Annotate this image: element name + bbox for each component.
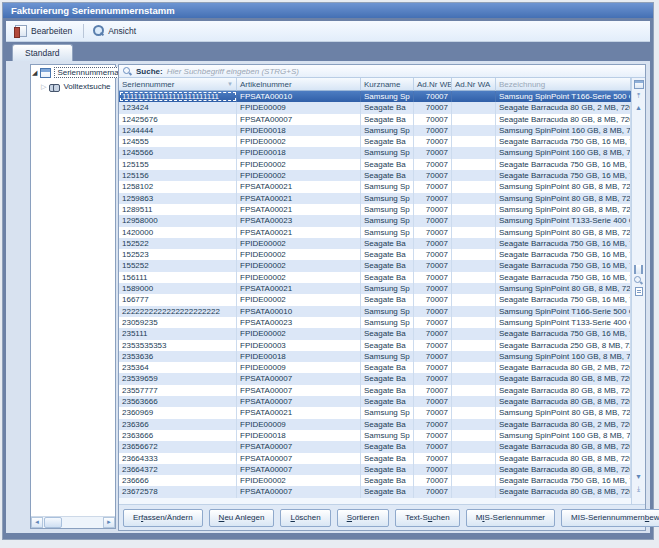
table-cell[interactable] xyxy=(452,306,496,317)
table-cell[interactable]: Seagate Ba xyxy=(361,102,414,113)
table-cell[interactable]: Seagate Barracuda 750 GB, 16 MB, 7200 xyxy=(496,249,631,260)
table-cell[interactable]: Seagate Ba xyxy=(361,441,414,452)
table-cell[interactable]: Seagate Ba xyxy=(361,294,414,305)
search-bar[interactable]: Suche: Hier Suchbegriff eingeben (STRG+S… xyxy=(119,65,645,78)
table-cell[interactable]: Seagate Barracuda 80 GB, 8 MB, 7200, NC xyxy=(496,464,631,475)
table-cell[interactable]: FPSATA00023 xyxy=(237,215,361,226)
table-cell[interactable]: 23563666 xyxy=(119,396,237,407)
table-cell[interactable]: Samsung Sp xyxy=(361,306,414,317)
table-cell[interactable] xyxy=(452,464,496,475)
table-row[interactable]: 236666FPIDE00002Seagate Ba70007Seagate B… xyxy=(119,475,631,486)
table-cell[interactable]: Samsung SpinPoint 80 GB, 8 MB, 7200, S-A xyxy=(496,407,631,418)
table-cell[interactable] xyxy=(452,147,496,158)
table-cell[interactable]: 235111 xyxy=(119,328,237,339)
table-cell[interactable]: Seagate Ba xyxy=(361,396,414,407)
table-cell[interactable]: FPIDE00002 xyxy=(237,475,361,486)
table-cell[interactable]: 70007 xyxy=(414,227,452,238)
table-cell[interactable]: Samsung SpinPoint 160 GB, 8 MB, 7200 xyxy=(496,430,631,441)
table-cell[interactable]: Samsung SpinPoint 160 GB, 8 MB, 7200 xyxy=(496,147,631,158)
table-cell[interactable]: 1245566 xyxy=(119,147,237,158)
table-row[interactable]: 125155FPIDE00002Seagate Ba70007Seagate B… xyxy=(119,159,631,170)
table-cell[interactable]: Samsung SpinPoint 160 GB, 8 MB, 7200 xyxy=(496,125,631,136)
table-cell[interactable]: 23059235 xyxy=(119,317,237,328)
table-cell[interactable]: 70007 xyxy=(414,385,452,396)
table-cell[interactable]: 23664372 xyxy=(119,464,237,475)
table-cell[interactable] xyxy=(452,407,496,418)
table-cell[interactable]: FPSATA00007 xyxy=(237,385,361,396)
table-cell[interactable]: 70007 xyxy=(414,340,452,351)
table-cell[interactable] xyxy=(452,125,496,136)
erfassen-ndern-button[interactable]: Erfassen/Ändern xyxy=(123,509,203,527)
table-cell[interactable]: 23539659 xyxy=(119,373,237,384)
table-cell[interactable] xyxy=(452,227,496,238)
table-cell[interactable]: 2360969 xyxy=(119,407,237,418)
table-cell[interactable] xyxy=(452,215,496,226)
table-cell[interactable]: FPIDE00018 xyxy=(237,351,361,362)
table-cell[interactable]: 70007 xyxy=(414,159,452,170)
table-cell[interactable]: Seagate Ba xyxy=(361,260,414,271)
table-cell[interactable]: 125155 xyxy=(119,159,237,170)
table-row[interactable]: 166777FPIDE00002Seagate Ba70007Seagate B… xyxy=(119,294,631,305)
table-cell[interactable]: Samsung SpinPoint 80 GB, 8 MB, 7200, S-A xyxy=(496,283,631,294)
table-cell[interactable]: 70007 xyxy=(414,170,452,181)
table-cell[interactable]: 1289511 xyxy=(119,204,237,215)
table-cell[interactable]: FPSATA00021 xyxy=(237,204,361,215)
scroll-to-top-icon[interactable]: ⤒ xyxy=(633,90,645,101)
scroll-up-icon[interactable]: ▲ xyxy=(633,102,645,113)
table-cell[interactable]: Samsung Sp xyxy=(361,181,414,192)
table-cell[interactable]: FPSATA00021 xyxy=(237,227,361,238)
table-cell[interactable]: Samsung Sp xyxy=(361,407,414,418)
table-cell[interactable] xyxy=(452,373,496,384)
ansicht-button[interactable]: Ansicht xyxy=(87,22,144,40)
table-cell[interactable]: Seagate Ba xyxy=(361,464,414,475)
bearbeiten-button[interactable]: Bearbeiten xyxy=(10,22,80,40)
table-cell[interactable]: Seagate Barracuda 750 GB, 16 MB, 7200 xyxy=(496,159,631,170)
table-cell[interactable]: 70007 xyxy=(414,362,452,373)
table-cell[interactable] xyxy=(452,114,496,125)
table-cell[interactable]: 70007 xyxy=(414,249,452,260)
table-cell[interactable]: FPSATA00007 xyxy=(237,373,361,384)
table-cell[interactable] xyxy=(452,441,496,452)
table-cell[interactable]: Samsung SpinPoint T166-Serie 500 GB, 72 xyxy=(496,306,631,317)
tree-collapsed-icon[interactable]: ▷ xyxy=(41,83,46,90)
table-cell[interactable]: Samsung Sp xyxy=(361,193,414,204)
table-row[interactable]: 152522FPIDE00002Seagate Ba70007Seagate B… xyxy=(119,238,631,249)
table-cell[interactable]: 70007 xyxy=(414,317,452,328)
table-cell[interactable]: 70007 xyxy=(414,441,452,452)
table-cell[interactable]: Samsung SpinPoint 80 GB, 8 MB, 7200, S-A xyxy=(496,204,631,215)
table-row[interactable]: 23672578FPSATA00007Seagate Ba70007Seagat… xyxy=(119,486,631,497)
tab-standard[interactable]: Standard xyxy=(12,44,73,61)
table-cell[interactable]: Samsung SpinPoint T133-Serie 400 GB, 72 xyxy=(496,215,631,226)
scrollbar-track[interactable] xyxy=(62,517,103,528)
table-cell[interactable]: 70007 xyxy=(414,464,452,475)
table-cell[interactable] xyxy=(452,193,496,204)
table-cell[interactable]: 70007 xyxy=(414,486,452,497)
table-cell[interactable]: Samsung Sp xyxy=(361,430,414,441)
table-row[interactable]: 23539659FPSATA00007Seagate Ba70007Seagat… xyxy=(119,373,631,384)
table-cell[interactable]: 2353636 xyxy=(119,351,237,362)
table-cell[interactable]: FPIDE00018 xyxy=(237,147,361,158)
table-row[interactable]: 2222222222222222222222FPSATA00010Samsung… xyxy=(119,306,631,317)
table-row[interactable]: 236366FPIDE00009Seagate Ba70007Seagate B… xyxy=(119,419,631,430)
table-cell[interactable]: Seagate Barracuda 250 GB, 8 MB, 7200 xyxy=(496,340,631,351)
table-cell[interactable] xyxy=(452,294,496,305)
table-cell[interactable]: Seagate Barracuda 750 GB, 16 MB, 7200 xyxy=(496,136,631,147)
table-cell[interactable]: Samsung Sp xyxy=(361,283,414,294)
table-cell[interactable]: 70007 xyxy=(414,114,452,125)
table-row[interactable]: 2363666FPIDE00018Samsung Sp70007Samsung … xyxy=(119,430,631,441)
table-cell[interactable]: Samsung Sp xyxy=(361,227,414,238)
sort-indicator-icon[interactable]: ▼ xyxy=(227,81,233,87)
table-cell[interactable]: Samsung Sp xyxy=(361,204,414,215)
table-cell[interactable]: 23656672 xyxy=(119,441,237,452)
column-header-artikelnummer[interactable]: Artikelnummer xyxy=(237,78,361,91)
table-cell[interactable]: FPSATA00007 xyxy=(237,441,361,452)
table-cell[interactable]: 70007 xyxy=(414,204,452,215)
table-cell[interactable]: Seagate Barracuda 750 GB, 16 MB, 7200 xyxy=(496,272,631,283)
table-row[interactable]: 235364FPIDE00009Seagate Ba70007Seagate B… xyxy=(119,362,631,373)
table-cell[interactable]: 156111 xyxy=(119,272,237,283)
table-cell[interactable] xyxy=(452,328,496,339)
table-cell[interactable]: Seagate Ba xyxy=(361,419,414,430)
table-cell[interactable]: 1258102 xyxy=(119,181,237,192)
table-cell[interactable]: 70007 xyxy=(414,396,452,407)
table-cell[interactable]: Seagate Ba xyxy=(361,453,414,464)
